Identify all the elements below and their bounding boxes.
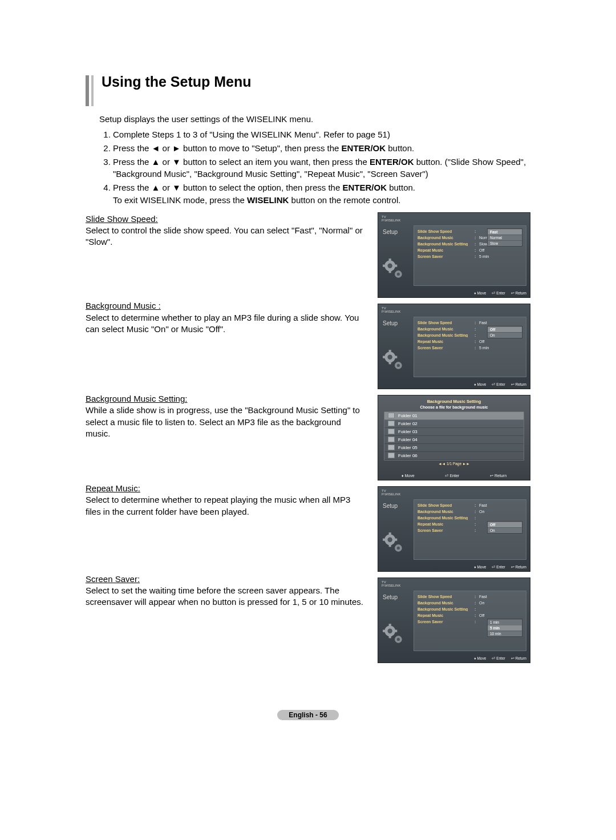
colon: : bbox=[475, 340, 479, 344]
step-2: Press the ◄ or ► button to move to "Setu… bbox=[113, 142, 530, 155]
osd-menu-row: Slide Show Speed: Fast bbox=[418, 593, 526, 600]
osd-background-music: TVP.WISELINKSetupSlide Show Speed: FastB… bbox=[378, 304, 530, 389]
hint-move: ♦ Move bbox=[474, 382, 486, 387]
folder-icon bbox=[388, 453, 395, 458]
osd-side-label: Setup bbox=[383, 594, 398, 600]
osd-menu-label: Screen Saver bbox=[418, 528, 475, 532]
osd-menu-row: Screen Saver: 5 min bbox=[418, 345, 526, 351]
svg-rect-19 bbox=[389, 544, 391, 547]
slide-title: Slide Show Speed: bbox=[86, 213, 158, 225]
colon: : bbox=[475, 346, 479, 350]
osd-menu-row: Background Music: On bbox=[418, 600, 526, 606]
osd-menu-row: Slide Show Speed: Fast bbox=[418, 320, 526, 326]
folder-row: Folder 01 bbox=[384, 412, 524, 420]
folder-list: Folder 01Folder 02Folder 03Folder 04Fold… bbox=[384, 411, 524, 461]
folder-icon bbox=[388, 437, 395, 442]
t: or bbox=[160, 157, 172, 167]
osd-menu-label: Background Music bbox=[418, 510, 475, 514]
gear-icon bbox=[382, 623, 406, 647]
osd-hints: ♦ Move⏎ Enter↩ Return bbox=[474, 382, 526, 387]
t: Press the bbox=[113, 183, 152, 192]
t: Return bbox=[495, 474, 506, 478]
osd-menu-label: Background Music Setting bbox=[418, 607, 475, 611]
folder-icon bbox=[388, 445, 395, 450]
svg-rect-10 bbox=[389, 350, 391, 353]
gear-icon bbox=[382, 257, 406, 282]
steps-list: Complete Steps 1 to 3 of "Using the WISE… bbox=[99, 128, 530, 207]
hint-return: ↩ Return bbox=[490, 474, 506, 478]
colon: : bbox=[475, 242, 479, 246]
osd-folders-sub: Choose a file for background music bbox=[378, 405, 530, 409]
osd-brand: TVP.WISELINK bbox=[382, 215, 401, 222]
osd-menu-value: Fast bbox=[479, 503, 487, 507]
colon: : bbox=[475, 516, 479, 520]
page-title: Using the Setup Menu bbox=[102, 73, 252, 106]
colon: : bbox=[475, 510, 479, 514]
svg-point-15 bbox=[397, 364, 400, 366]
osd-option: On bbox=[488, 527, 522, 533]
osd-side-label: Setup bbox=[383, 320, 398, 326]
hint-move: ♦ Move bbox=[474, 291, 486, 296]
hint-return: ↩ Return bbox=[511, 382, 526, 387]
colon: : bbox=[475, 522, 479, 526]
svg-rect-28 bbox=[383, 629, 386, 632]
page-number-pill: English - 56 bbox=[277, 710, 338, 720]
hint-enter: ⏎ Enter bbox=[492, 565, 505, 570]
osd-screen-saver: TVP.WISELINKSetupSlide Show Speed: FastB… bbox=[378, 578, 530, 663]
t: Enter bbox=[449, 474, 459, 478]
down-arrow-icon: ▼ bbox=[172, 157, 181, 167]
osd-menu-value: On bbox=[479, 601, 484, 605]
folder-name: Folder 06 bbox=[398, 453, 418, 458]
folder-name: Folder 02 bbox=[398, 421, 418, 426]
osd-menu-label: Screen Saver bbox=[418, 346, 475, 350]
osd-hints: ♦ Move⏎ Enter↩ Return bbox=[474, 565, 526, 570]
osd-menu-value: Fast bbox=[479, 595, 487, 599]
osd-menu-label: Background Music bbox=[418, 236, 475, 240]
osd-brand: TVP.WISELINK bbox=[382, 306, 401, 313]
folder-row: Folder 03 bbox=[384, 428, 524, 436]
osd-menu-row: Repeat Music: Off bbox=[418, 612, 526, 619]
osd-option: Off bbox=[488, 522, 522, 527]
osd-menu-label: Slide Show Speed bbox=[418, 321, 475, 325]
intro-text: Setup displays the user settings of the … bbox=[99, 114, 530, 124]
hint-move: ♦ Move bbox=[402, 474, 415, 478]
svg-rect-4 bbox=[383, 264, 386, 266]
slide-body: Select to control the slide show speed. … bbox=[86, 225, 363, 247]
osd-panel: Slide Show Speed: FastBackground Music: … bbox=[414, 499, 526, 560]
osd-side-label: Setup bbox=[383, 503, 398, 509]
osd-menu-row: Background Music Setting: bbox=[418, 515, 526, 521]
osd-menu-value: Fast bbox=[479, 321, 487, 325]
title-accent-bar-light bbox=[91, 75, 94, 106]
svg-point-7 bbox=[397, 272, 400, 275]
title-row: Using the Setup Menu bbox=[86, 73, 530, 106]
repeat-title: Repeat Music: bbox=[86, 483, 140, 494]
hint-enter: ⏎ Enter bbox=[492, 291, 505, 296]
colon: : bbox=[475, 620, 479, 624]
osd-menu-value: 5 min bbox=[479, 346, 489, 350]
step-4: Press the ▲ or ▼ button to select the op… bbox=[113, 181, 530, 207]
osd-menu-label: Background Music bbox=[418, 601, 475, 605]
osd-menu-value: Off bbox=[479, 613, 484, 617]
osd-menu-row: Background Music Setting: bbox=[418, 606, 526, 612]
osd-menu-row: Repeat Music: Off bbox=[418, 247, 526, 253]
osd-menu-value: Off bbox=[479, 340, 484, 344]
colon: : bbox=[475, 327, 479, 331]
osd-menu-label: Background Music Setting bbox=[418, 333, 475, 337]
osd-menu-label: Repeat Music bbox=[418, 522, 475, 526]
osd-menu-label: Screen Saver bbox=[418, 620, 475, 624]
saver-title: Screen Saver: bbox=[86, 574, 140, 585]
osd-popup: 1 min5 min10 min bbox=[487, 619, 522, 637]
t: button on the remote control. bbox=[289, 195, 400, 205]
svg-rect-11 bbox=[389, 361, 391, 364]
t: button. bbox=[386, 143, 414, 153]
title-accent-bar bbox=[86, 75, 89, 106]
osd-menu-label: Repeat Music bbox=[418, 613, 475, 617]
folder-name: Folder 05 bbox=[398, 445, 418, 450]
osd-folders-title: Background Music Setting bbox=[378, 399, 530, 404]
right-arrow-icon: ► bbox=[172, 143, 181, 153]
svg-point-1 bbox=[388, 263, 392, 268]
colon: : bbox=[475, 236, 479, 240]
up-arrow-icon: ▲ bbox=[152, 183, 160, 192]
page-footer: English - 56 bbox=[0, 709, 616, 720]
osd-menu-label: Slide Show Speed bbox=[418, 503, 475, 507]
